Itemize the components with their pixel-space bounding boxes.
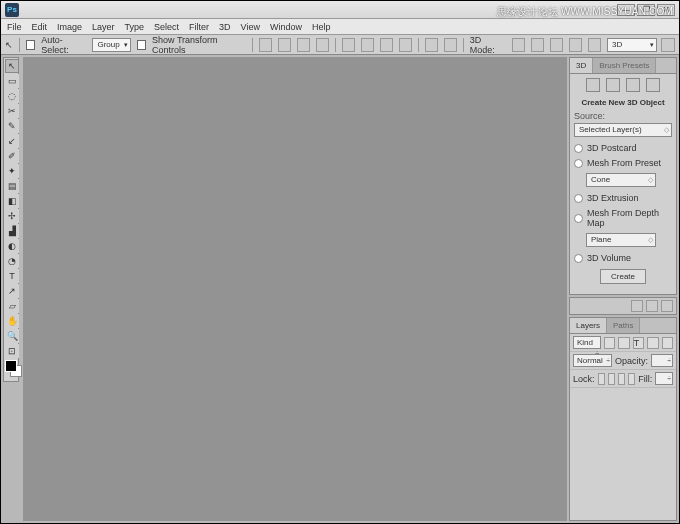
option-3d-extrusion[interactable]: 3D Extrusion: [574, 193, 672, 203]
3d-mode-icon[interactable]: [569, 38, 582, 52]
brush-tool[interactable]: ✐: [5, 149, 19, 163]
menu-edit[interactable]: Edit: [32, 22, 48, 32]
kind-dropdown[interactable]: Kind: [573, 336, 601, 349]
distribute-icon[interactable]: [361, 38, 374, 52]
option-mesh-preset[interactable]: Mesh From Preset: [574, 158, 672, 168]
layers-panel: Layers Paths Kind T Normal Opacity: Lock…: [569, 317, 677, 521]
3d-mode-label: 3D Mode:: [470, 35, 506, 55]
quickmask-tool[interactable]: ⊡: [5, 344, 19, 358]
arrange-icon[interactable]: [425, 38, 438, 52]
menu-3d[interactable]: 3D: [219, 22, 231, 32]
shape-tool[interactable]: ▱: [5, 299, 19, 313]
foreground-color[interactable]: [5, 360, 17, 372]
menu-view[interactable]: View: [241, 22, 260, 32]
eraser-tool[interactable]: ◧: [5, 194, 19, 208]
tab-brush-presets[interactable]: Brush Presets: [593, 58, 656, 73]
menu-select[interactable]: Select: [154, 22, 179, 32]
workspace-menu-icon[interactable]: [661, 38, 675, 52]
mesh-preset-dropdown[interactable]: Cone: [586, 173, 656, 187]
eyedropper-tool[interactable]: ✎: [5, 119, 19, 133]
filter-pixel-icon[interactable]: [604, 337, 615, 349]
separator: [19, 38, 20, 52]
radio-icon: [574, 254, 583, 263]
3d-mode-icon[interactable]: [550, 38, 563, 52]
type-tool[interactable]: T: [5, 269, 19, 283]
align-icon[interactable]: [297, 38, 310, 52]
move-tool[interactable]: ↖: [5, 59, 19, 73]
crop-tool[interactable]: ✂: [5, 104, 19, 118]
radio-icon: [574, 144, 583, 153]
show-transform-checkbox[interactable]: [137, 40, 146, 50]
healing-tool[interactable]: ↙: [5, 134, 19, 148]
filter-smart-icon[interactable]: [662, 337, 673, 349]
color-swatches[interactable]: [5, 360, 17, 380]
path-tool[interactable]: ↗: [5, 284, 19, 298]
pen-tool[interactable]: ◔: [5, 254, 19, 268]
3d-mode-icon[interactable]: [588, 38, 601, 52]
trash-icon[interactable]: [646, 300, 658, 312]
filter-shape-icon[interactable]: [647, 337, 658, 349]
menu-filter[interactable]: Filter: [189, 22, 209, 32]
fill-label: Fill:: [638, 374, 652, 384]
dodge-tool[interactable]: ◐: [5, 239, 19, 253]
distribute-icon[interactable]: [342, 38, 355, 52]
zoom-tool[interactable]: 🔍: [5, 329, 19, 343]
blend-mode-dropdown[interactable]: Normal: [573, 354, 612, 367]
option-depth-map[interactable]: Mesh From Depth Map: [574, 208, 672, 228]
auto-select-dropdown[interactable]: Group: [92, 38, 130, 52]
menu-file[interactable]: File: [7, 22, 22, 32]
align-icon[interactable]: [259, 38, 272, 52]
history-brush-tool[interactable]: ▤: [5, 179, 19, 193]
3d-filter-icon[interactable]: [586, 78, 600, 92]
filter-adjust-icon[interactable]: [618, 337, 629, 349]
auto-select-checkbox[interactable]: [26, 40, 35, 50]
distribute-icon[interactable]: [399, 38, 412, 52]
3d-panel-title: Create New 3D Object: [574, 98, 672, 107]
tab-layers[interactable]: Layers: [570, 318, 607, 333]
lock-pixels-icon[interactable]: [608, 373, 615, 385]
menu-image[interactable]: Image: [57, 22, 82, 32]
3d-filter-icon[interactable]: [646, 78, 660, 92]
source-dropdown[interactable]: Selected Layer(s): [574, 123, 672, 137]
workspace-dropdown[interactable]: 3D: [607, 38, 657, 52]
3d-filter-icon[interactable]: [626, 78, 640, 92]
filter-type-icon[interactable]: T: [633, 337, 644, 349]
hand-tool[interactable]: ✋: [5, 314, 19, 328]
stamp-tool[interactable]: ✦: [5, 164, 19, 178]
lock-label: Lock:: [573, 374, 595, 384]
create-button[interactable]: Create: [600, 269, 646, 284]
blur-tool[interactable]: ▟: [5, 224, 19, 238]
3d-filter-icon[interactable]: [606, 78, 620, 92]
arrange-icon[interactable]: [444, 38, 457, 52]
lock-position-icon[interactable]: [618, 373, 625, 385]
option-3d-volume[interactable]: 3D Volume: [574, 253, 672, 263]
auto-select-label: Auto-Select:: [41, 35, 86, 55]
app-logo: Ps: [5, 3, 19, 17]
gradient-tool[interactable]: ✢: [5, 209, 19, 223]
tab-paths[interactable]: Paths: [607, 318, 640, 333]
align-icon[interactable]: [278, 38, 291, 52]
canvas-area[interactable]: [23, 57, 567, 521]
menu-help[interactable]: Help: [312, 22, 331, 32]
tab-3d[interactable]: 3D: [570, 58, 593, 73]
strip-icon[interactable]: [631, 300, 643, 312]
radio-icon: [574, 194, 583, 203]
lasso-tool[interactable]: ◌: [5, 89, 19, 103]
menu-bar: File Edit Image Layer Type Select Filter…: [1, 19, 679, 35]
menu-layer[interactable]: Layer: [92, 22, 115, 32]
menu-icon[interactable]: [661, 300, 673, 312]
depth-map-dropdown[interactable]: Plane: [586, 233, 656, 247]
marquee-tool[interactable]: ▭: [5, 74, 19, 88]
menu-type[interactable]: Type: [125, 22, 145, 32]
distribute-icon[interactable]: [380, 38, 393, 52]
menu-window[interactable]: Window: [270, 22, 302, 32]
opacity-input[interactable]: [651, 354, 673, 367]
lock-all-icon[interactable]: [628, 373, 635, 385]
3d-mode-icon[interactable]: [531, 38, 544, 52]
align-icon[interactable]: [316, 38, 329, 52]
lock-transparency-icon[interactable]: [598, 373, 605, 385]
fill-input[interactable]: [655, 372, 673, 385]
layers-panel-tabs: Layers Paths: [570, 318, 676, 334]
option-3d-postcard[interactable]: 3D Postcard: [574, 143, 672, 153]
3d-mode-icon[interactable]: [512, 38, 525, 52]
